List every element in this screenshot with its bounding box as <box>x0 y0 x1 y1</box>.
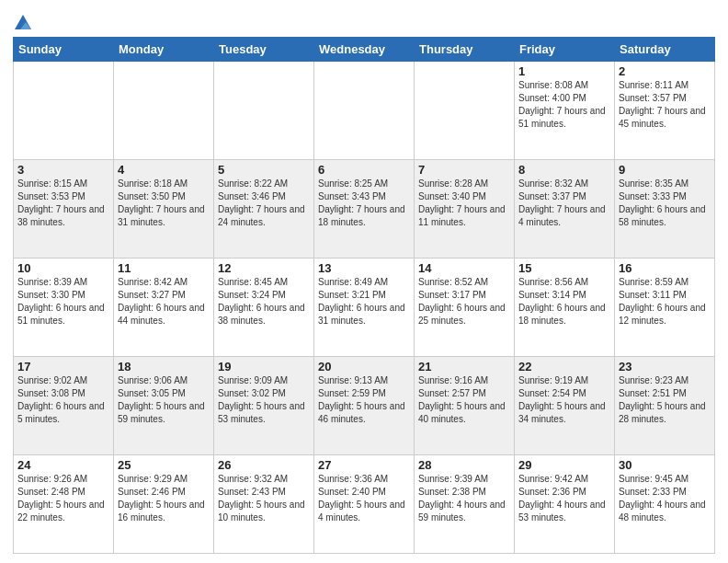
day-number: 13 <box>318 261 410 275</box>
weekday-header-tuesday: Tuesday <box>214 38 314 62</box>
weekday-header-saturday: Saturday <box>615 38 715 62</box>
day-info: Sunrise: 9:26 AM Sunset: 2:48 PM Dayligh… <box>17 473 109 524</box>
day-info: Sunrise: 8:15 AM Sunset: 3:53 PM Dayligh… <box>17 178 109 229</box>
day-number: 15 <box>518 261 610 275</box>
calendar-cell <box>114 62 214 160</box>
day-number: 25 <box>118 458 210 472</box>
day-info: Sunrise: 9:13 AM Sunset: 2:59 PM Dayligh… <box>318 374 410 426</box>
calendar-cell: 6Sunrise: 8:25 AM Sunset: 3:43 PM Daylig… <box>314 160 415 259</box>
weekday-header-wednesday: Wednesday <box>314 38 415 62</box>
weekday-header-sunday: Sunday <box>14 38 114 62</box>
calendar-cell <box>14 62 114 160</box>
calendar-cell: 27Sunrise: 9:36 AM Sunset: 2:40 PM Dayli… <box>314 455 415 554</box>
day-info: Sunrise: 8:08 AM Sunset: 4:00 PM Dayligh… <box>518 79 610 131</box>
calendar-cell: 3Sunrise: 8:15 AM Sunset: 3:53 PM Daylig… <box>14 160 114 259</box>
calendar-cell <box>214 62 314 160</box>
calendar-cell: 8Sunrise: 8:32 AM Sunset: 3:37 PM Daylig… <box>515 160 615 259</box>
calendar-cell <box>415 62 515 160</box>
calendar-cell: 25Sunrise: 9:29 AM Sunset: 2:46 PM Dayli… <box>114 455 214 554</box>
day-info: Sunrise: 9:45 AM Sunset: 2:33 PM Dayligh… <box>619 473 711 524</box>
day-number: 2 <box>619 64 711 78</box>
calendar-cell: 9Sunrise: 8:35 AM Sunset: 3:33 PM Daylig… <box>615 160 715 259</box>
day-info: Sunrise: 8:25 AM Sunset: 3:43 PM Dayligh… <box>318 178 410 229</box>
day-info: Sunrise: 9:02 AM Sunset: 3:08 PM Dayligh… <box>17 374 109 426</box>
calendar-cell: 26Sunrise: 9:32 AM Sunset: 2:43 PM Dayli… <box>214 455 314 554</box>
weekday-header-thursday: Thursday <box>415 38 515 62</box>
day-info: Sunrise: 8:56 AM Sunset: 3:14 PM Dayligh… <box>518 276 610 327</box>
header <box>13 9 715 33</box>
calendar-cell: 11Sunrise: 8:42 AM Sunset: 3:27 PM Dayli… <box>114 259 214 357</box>
weekday-header-monday: Monday <box>114 38 214 62</box>
calendar-row-2: 10Sunrise: 8:39 AM Sunset: 3:30 PM Dayli… <box>14 259 715 357</box>
day-number: 21 <box>418 360 510 373</box>
day-number: 27 <box>318 458 410 472</box>
weekday-header-friday: Friday <box>515 38 615 62</box>
day-info: Sunrise: 8:35 AM Sunset: 3:33 PM Dayligh… <box>619 178 711 229</box>
day-info: Sunrise: 9:29 AM Sunset: 2:46 PM Dayligh… <box>118 473 210 524</box>
calendar-cell: 24Sunrise: 9:26 AM Sunset: 2:48 PM Dayli… <box>14 455 114 554</box>
logo <box>13 13 35 33</box>
calendar-cell: 10Sunrise: 8:39 AM Sunset: 3:30 PM Dayli… <box>14 259 114 357</box>
day-info: Sunrise: 8:45 AM Sunset: 3:24 PM Dayligh… <box>218 276 310 327</box>
calendar-header: SundayMondayTuesdayWednesdayThursdayFrid… <box>14 38 715 62</box>
day-info: Sunrise: 8:59 AM Sunset: 3:11 PM Dayligh… <box>619 276 711 327</box>
day-number: 10 <box>17 261 109 275</box>
day-number: 3 <box>17 163 109 177</box>
day-number: 18 <box>118 360 210 373</box>
calendar-body: 1Sunrise: 8:08 AM Sunset: 4:00 PM Daylig… <box>14 62 715 554</box>
calendar-cell: 17Sunrise: 9:02 AM Sunset: 3:08 PM Dayli… <box>14 357 114 455</box>
day-number: 8 <box>518 163 610 177</box>
calendar-cell: 23Sunrise: 9:23 AM Sunset: 2:51 PM Dayli… <box>615 357 715 455</box>
day-number: 19 <box>218 360 310 373</box>
calendar-cell: 28Sunrise: 9:39 AM Sunset: 2:38 PM Dayli… <box>415 455 515 554</box>
day-number: 23 <box>619 360 711 373</box>
day-number: 20 <box>318 360 410 373</box>
calendar-cell: 18Sunrise: 9:06 AM Sunset: 3:05 PM Dayli… <box>114 357 214 455</box>
calendar-cell: 14Sunrise: 8:52 AM Sunset: 3:17 PM Dayli… <box>415 259 515 357</box>
day-number: 9 <box>619 163 711 177</box>
day-number: 29 <box>518 458 610 472</box>
calendar-cell: 21Sunrise: 9:16 AM Sunset: 2:57 PM Dayli… <box>415 357 515 455</box>
day-info: Sunrise: 9:32 AM Sunset: 2:43 PM Dayligh… <box>218 473 310 524</box>
day-number: 24 <box>17 458 109 472</box>
day-info: Sunrise: 9:06 AM Sunset: 3:05 PM Dayligh… <box>118 374 210 426</box>
day-info: Sunrise: 8:18 AM Sunset: 3:50 PM Dayligh… <box>118 178 210 229</box>
day-info: Sunrise: 8:39 AM Sunset: 3:30 PM Dayligh… <box>17 276 109 327</box>
calendar-cell: 4Sunrise: 8:18 AM Sunset: 3:50 PM Daylig… <box>114 160 214 259</box>
day-info: Sunrise: 8:49 AM Sunset: 3:21 PM Dayligh… <box>318 276 410 327</box>
calendar-row-0: 1Sunrise: 8:08 AM Sunset: 4:00 PM Daylig… <box>14 62 715 160</box>
calendar-cell: 2Sunrise: 8:11 AM Sunset: 3:57 PM Daylig… <box>615 62 715 160</box>
day-number: 5 <box>218 163 310 177</box>
calendar-cell: 22Sunrise: 9:19 AM Sunset: 2:54 PM Dayli… <box>515 357 615 455</box>
logo-icon <box>13 13 33 33</box>
calendar-row-3: 17Sunrise: 9:02 AM Sunset: 3:08 PM Dayli… <box>14 357 715 455</box>
day-number: 14 <box>418 261 510 275</box>
calendar-cell: 13Sunrise: 8:49 AM Sunset: 3:21 PM Dayli… <box>314 259 415 357</box>
calendar-cell: 29Sunrise: 9:42 AM Sunset: 2:36 PM Dayli… <box>515 455 615 554</box>
calendar-cell: 16Sunrise: 8:59 AM Sunset: 3:11 PM Dayli… <box>615 259 715 357</box>
day-number: 16 <box>619 261 711 275</box>
day-number: 12 <box>218 261 310 275</box>
day-number: 30 <box>619 458 711 472</box>
day-number: 28 <box>418 458 510 472</box>
calendar-row-1: 3Sunrise: 8:15 AM Sunset: 3:53 PM Daylig… <box>14 160 715 259</box>
day-info: Sunrise: 8:28 AM Sunset: 3:40 PM Dayligh… <box>418 178 510 229</box>
calendar-cell: 5Sunrise: 8:22 AM Sunset: 3:46 PM Daylig… <box>214 160 314 259</box>
day-number: 4 <box>118 163 210 177</box>
day-info: Sunrise: 8:11 AM Sunset: 3:57 PM Dayligh… <box>619 79 711 131</box>
day-info: Sunrise: 9:09 AM Sunset: 3:02 PM Dayligh… <box>218 374 310 426</box>
day-info: Sunrise: 9:36 AM Sunset: 2:40 PM Dayligh… <box>318 473 410 524</box>
day-info: Sunrise: 8:22 AM Sunset: 3:46 PM Dayligh… <box>218 178 310 229</box>
day-info: Sunrise: 9:16 AM Sunset: 2:57 PM Dayligh… <box>418 374 510 426</box>
day-info: Sunrise: 9:23 AM Sunset: 2:51 PM Dayligh… <box>619 374 711 426</box>
calendar-cell: 19Sunrise: 9:09 AM Sunset: 3:02 PM Dayli… <box>214 357 314 455</box>
calendar-cell: 7Sunrise: 8:28 AM Sunset: 3:40 PM Daylig… <box>415 160 515 259</box>
calendar: SundayMondayTuesdayWednesdayThursdayFrid… <box>13 37 715 554</box>
day-info: Sunrise: 8:32 AM Sunset: 3:37 PM Dayligh… <box>518 178 610 229</box>
day-number: 22 <box>518 360 610 373</box>
day-number: 17 <box>17 360 109 373</box>
day-info: Sunrise: 8:42 AM Sunset: 3:27 PM Dayligh… <box>118 276 210 327</box>
calendar-row-4: 24Sunrise: 9:26 AM Sunset: 2:48 PM Dayli… <box>14 455 715 554</box>
calendar-cell: 15Sunrise: 8:56 AM Sunset: 3:14 PM Dayli… <box>515 259 615 357</box>
day-info: Sunrise: 8:52 AM Sunset: 3:17 PM Dayligh… <box>418 276 510 327</box>
